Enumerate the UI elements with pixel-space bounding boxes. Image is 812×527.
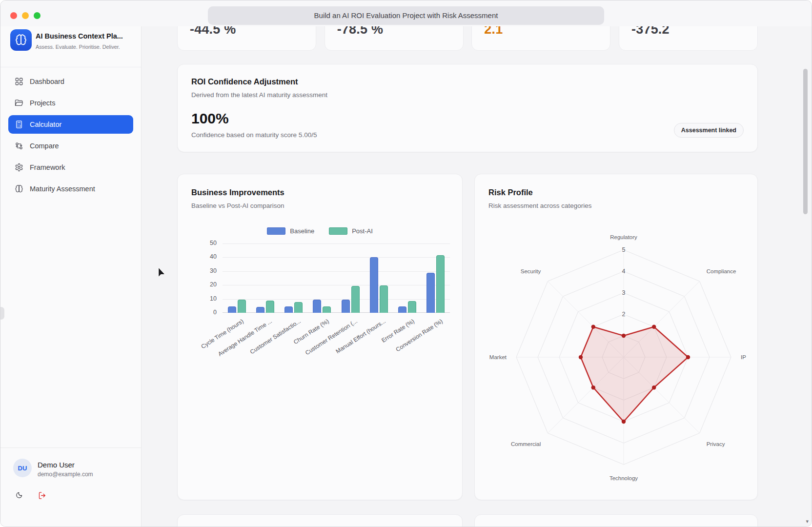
sidebar-item-dashboard[interactable]: Dashboard bbox=[8, 72, 133, 91]
metric-value: 2.1 bbox=[484, 26, 503, 37]
sidebar-item-framework[interactable]: Framework bbox=[8, 158, 133, 177]
bar-post-ai[interactable] bbox=[351, 286, 360, 313]
bar-post-ai[interactable] bbox=[408, 301, 416, 313]
y-axis-tick: 10 bbox=[196, 295, 217, 302]
y-axis-tick: 0 bbox=[196, 309, 217, 316]
metric-value: -375.2 bbox=[631, 26, 670, 37]
user-section: DU Demo User demo@example.com bbox=[0, 447, 141, 527]
radar-data-point[interactable] bbox=[622, 334, 626, 338]
bar-post-ai[interactable] bbox=[380, 285, 388, 313]
roi-confidence-value: 100% bbox=[191, 110, 744, 127]
logout-button[interactable] bbox=[36, 489, 48, 502]
metric-value: -78.5 % bbox=[337, 26, 383, 37]
bar-post-ai[interactable] bbox=[266, 301, 274, 313]
dark-mode-toggle[interactable] bbox=[12, 489, 25, 502]
compare-icon bbox=[15, 142, 23, 150]
close-window-button[interactable] bbox=[10, 12, 17, 19]
avatar: DU bbox=[13, 459, 32, 477]
scrollbar-down-arrow[interactable]: ▾ bbox=[806, 518, 809, 525]
radar-scale-tick: 2 bbox=[622, 311, 626, 318]
metric-card: 2.1 bbox=[471, 26, 610, 51]
x-axis-label: Customer Retention (... bbox=[304, 318, 359, 356]
bar-group bbox=[365, 243, 393, 313]
legend-label: Baseline bbox=[290, 227, 314, 235]
metric-row: -44.5 %-78.5 %2.1-375.2 bbox=[177, 26, 758, 51]
bar-group bbox=[308, 243, 336, 313]
radar-axis-label: Regulatory bbox=[610, 234, 637, 240]
bar-group bbox=[251, 243, 279, 313]
sidebar-item-label: Projects bbox=[30, 99, 55, 107]
sidebar-item-maturity-assessment[interactable]: Maturity Assessment bbox=[8, 180, 133, 198]
radar-scale-tick: 3 bbox=[622, 289, 626, 296]
brand-name: AI Business Context Pla... bbox=[36, 32, 132, 40]
edge-handle bbox=[0, 307, 4, 320]
legend-item[interactable]: Baseline bbox=[267, 227, 314, 235]
radar-data-point[interactable] bbox=[591, 385, 595, 389]
mouse-cursor bbox=[156, 267, 166, 279]
main-content: -44.5 %-78.5 %2.1-375.2 ROI Confidence A… bbox=[142, 26, 812, 527]
zoom-window-button[interactable] bbox=[34, 12, 41, 19]
bar-post-ai[interactable] bbox=[436, 255, 445, 313]
calculator-icon bbox=[15, 120, 23, 129]
moon-icon bbox=[15, 491, 23, 500]
sidebar-item-projects[interactable]: Projects bbox=[8, 94, 133, 112]
sidebar-item-label: Compare bbox=[30, 142, 59, 150]
radar-axis-label: IP bbox=[741, 354, 746, 360]
user-email: demo@example.com bbox=[38, 471, 93, 478]
assessment-linked-badge: Assessment linked bbox=[674, 123, 744, 138]
folder-icon bbox=[15, 99, 23, 107]
legend-swatch bbox=[267, 227, 285, 235]
bar-post-ai[interactable] bbox=[294, 302, 303, 313]
x-axis-label: Average Handle Time ... bbox=[217, 318, 273, 358]
user-name: Demo User bbox=[38, 461, 75, 469]
radar-data-point[interactable] bbox=[652, 325, 656, 329]
bar-baseline[interactable] bbox=[398, 306, 406, 313]
business-improvements-card: Business Improvements Baseline vs Post-A… bbox=[177, 174, 463, 500]
bar-post-ai[interactable] bbox=[323, 306, 331, 313]
radar-data-point[interactable] bbox=[579, 355, 583, 359]
business-card-subtitle: Baseline vs Post-AI comparison bbox=[191, 202, 448, 209]
x-axis-label: Customer Satisfactio... bbox=[248, 318, 302, 355]
sidebar-nav: DashboardProjectsCalculatorCompareFramew… bbox=[0, 67, 141, 206]
metric-card: -375.2 bbox=[619, 26, 758, 51]
bar-group bbox=[393, 243, 422, 313]
roi-card-subtitle: Derived from the latest AI maturity asse… bbox=[191, 91, 744, 99]
x-axis-label: Conversion Rate (%) bbox=[394, 318, 444, 353]
next-card-peek bbox=[177, 514, 463, 527]
radar-data-point[interactable] bbox=[591, 325, 595, 329]
bar-chart-plot bbox=[223, 243, 450, 313]
radar-chart: 2345RegulatoryComplianceIPPrivacyTechnol… bbox=[475, 174, 758, 501]
bar-baseline[interactable] bbox=[370, 257, 378, 313]
bar-post-ai[interactable] bbox=[238, 300, 246, 313]
brain-logo-icon bbox=[15, 34, 27, 46]
radar-data-polygon bbox=[581, 327, 688, 422]
bar-group bbox=[223, 243, 251, 313]
bar-group bbox=[336, 243, 365, 313]
radar-axis-label: Commercial bbox=[511, 441, 541, 447]
metric-value: -44.5 % bbox=[190, 26, 236, 37]
minimize-window-button[interactable] bbox=[22, 12, 29, 19]
y-axis-tick: 20 bbox=[196, 281, 217, 288]
brain-icon bbox=[15, 184, 23, 193]
sidebar-header: AI Business Context Pla... Assess. Evalu… bbox=[0, 26, 141, 67]
y-axis-tick: 50 bbox=[196, 240, 217, 246]
titlebar: Build an AI ROI Evaluation Project with … bbox=[0, 0, 812, 26]
sidebar-item-compare[interactable]: Compare bbox=[8, 137, 133, 155]
radar-data-point[interactable] bbox=[652, 385, 656, 389]
bar-baseline[interactable] bbox=[228, 306, 236, 313]
radar-data-point[interactable] bbox=[686, 355, 690, 359]
radar-axis-label: Compliance bbox=[707, 268, 736, 274]
sidebar-item-calculator[interactable]: Calculator bbox=[8, 115, 133, 134]
sidebar-item-label: Framework bbox=[30, 163, 65, 171]
bar-baseline[interactable] bbox=[313, 300, 321, 313]
legend-item[interactable]: Post-AI bbox=[329, 227, 373, 235]
bar-baseline[interactable] bbox=[342, 300, 350, 313]
radar-data-point[interactable] bbox=[622, 420, 626, 424]
bar-baseline[interactable] bbox=[284, 306, 293, 313]
sidebar-item-label: Calculator bbox=[30, 121, 61, 128]
vertical-scrollbar[interactable] bbox=[803, 69, 808, 214]
bar-baseline[interactable] bbox=[426, 273, 435, 313]
radar-scale-tick: 5 bbox=[622, 246, 626, 253]
bar-baseline[interactable] bbox=[256, 307, 264, 313]
bar-group bbox=[280, 243, 308, 313]
